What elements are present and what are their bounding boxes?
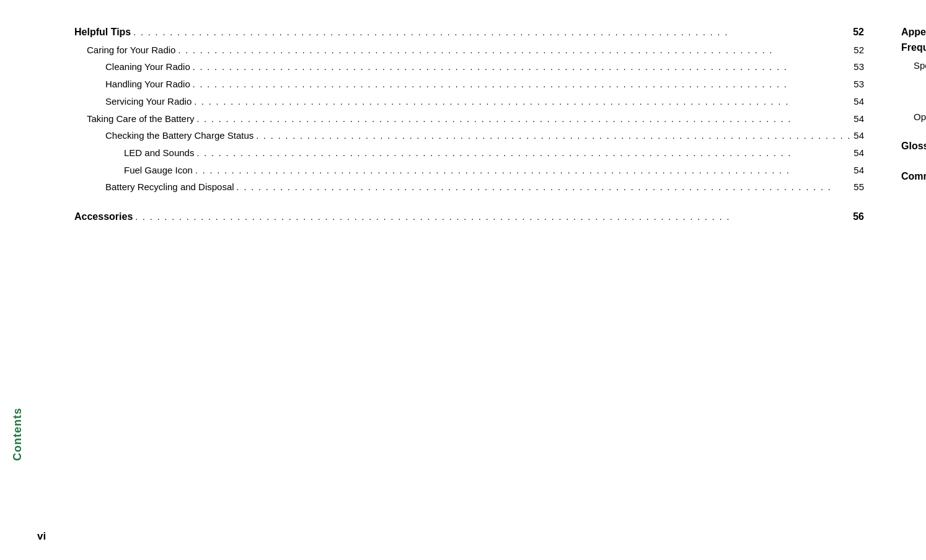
entry-dots: [237, 181, 852, 195]
entry-text: Taking Care of the Battery: [87, 112, 194, 126]
toc-cleaning-radio: Cleaning Your Radio 53: [74, 59, 864, 74]
entry-text: Checking the Battery Charge Status: [105, 128, 254, 142]
entry-page: 54: [853, 128, 864, 142]
entry-page: 54: [853, 94, 864, 108]
toc-special-channels: Special Channel Assignments 57: [901, 58, 926, 73]
entry-text: Special Channel Assignments: [914, 58, 926, 72]
toc-helpful-tips: Helpful Tips 52: [74, 25, 864, 40]
side-label: Contents: [11, 408, 24, 461]
right-column: Appendix: Maritime Radio Use in the VHF …: [901, 19, 926, 541]
toc-battery-charge: Checking the Battery Charge Status 54: [74, 128, 864, 143]
toc-handling-radio: Handling Your Radio 53: [74, 77, 864, 92]
entry-dots: [133, 26, 850, 40]
entry-text-line2: Frequency Range: [901, 40, 926, 56]
entry-dots: [194, 95, 851, 109]
toc-glossary: Glossary 60: [901, 139, 926, 154]
entry-page: 52: [853, 25, 864, 40]
entry-dots: [256, 129, 851, 143]
toc-led-sounds: LED and Sounds 54: [74, 146, 864, 160]
toc-commercial-warranty: Commercial Warranty 64: [901, 169, 926, 185]
toc-fuel-gauge: Fuel Gauge Icon 54: [74, 163, 864, 178]
entry-text: Appendix: Maritime Radio Use in the VHF: [901, 25, 926, 40]
entry-text: Cleaning Your Radio: [105, 59, 190, 74]
left-column: Helpful Tips 52 Caring for Your Radio 52…: [74, 19, 864, 541]
toc-operating-frequency: Operating Frequency Requirements 58: [901, 110, 926, 125]
toc-non-commercial-channel: Non-Commercial Call Channel 57: [901, 92, 926, 107]
entry-text: Fuel Gauge Icon: [124, 163, 193, 177]
entry-text: LED and Sounds: [124, 146, 194, 160]
entry-text: Helpful Tips: [74, 25, 131, 40]
entry-page: 56: [853, 209, 864, 225]
entry-dots: [193, 78, 852, 92]
toc-servicing-radio: Servicing Your Radio 54: [74, 94, 864, 109]
toc-battery-recycling: Battery Recycling and Disposal 55: [74, 180, 864, 195]
entry-text: Handling Your Radio: [105, 77, 190, 91]
entry-text: Glossary: [901, 139, 926, 154]
toc-caring-radio: Caring for Your Radio 52: [74, 43, 864, 58]
toc-accessories: Accessories 56: [74, 209, 864, 225]
entry-dots: [135, 211, 850, 224]
entry-text: Caring for Your Radio: [87, 43, 175, 57]
entry-text: Servicing Your Radio: [105, 94, 192, 108]
toc-battery-care: Taking Care of the Battery 54: [74, 112, 864, 126]
entry-page: 52: [853, 43, 864, 57]
entry-page: 55: [853, 180, 864, 194]
entry-text: Accessories: [74, 209, 133, 225]
toc-emergency-channel: Emergency Channel 57: [901, 75, 926, 90]
entry-page: 54: [853, 112, 864, 126]
entry-dots: [193, 61, 852, 74]
entry-text: Operating Frequency Requirements: [914, 110, 926, 124]
toc-appendix-maritime: Appendix: Maritime Radio Use in the VHF …: [901, 25, 926, 56]
entry-page: 53: [853, 77, 864, 91]
entry-dots: [196, 113, 851, 126]
entry-dots: [196, 147, 851, 160]
page-container: Contents vi Helpful Tips 52 Caring for Y…: [0, 0, 926, 560]
entry-dots: [195, 164, 851, 178]
entry-dots: [178, 44, 851, 58]
toc-columns: Helpful Tips 52 Caring for Your Radio 52…: [50, 19, 889, 541]
page-number: vi: [37, 530, 46, 543]
entry-page: 54: [853, 146, 864, 160]
entry-text: Commercial Warranty: [901, 169, 926, 185]
entry-text: Battery Recycling and Disposal: [105, 180, 234, 194]
entry-page: 54: [853, 163, 864, 177]
entry-page: 53: [853, 59, 864, 74]
